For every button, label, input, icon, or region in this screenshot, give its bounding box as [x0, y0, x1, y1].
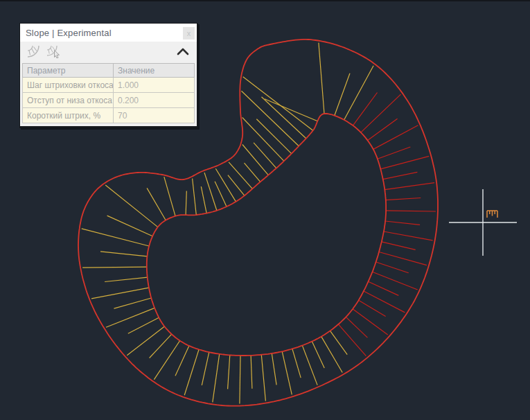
create-slope-button[interactable]	[25, 44, 43, 60]
param-name: Короткий штрих, %	[23, 108, 114, 123]
slope-fan-cursor-icon	[46, 50, 62, 60]
slope-fan-icon	[26, 50, 42, 60]
panel-titlebar[interactable]: Slope | Experimental x	[20, 24, 197, 42]
column-header-value: Значение	[114, 64, 195, 78]
param-value[interactable]: 1.000	[114, 78, 195, 93]
properties-table: Параметр Значение Шаг штриховки откоса 1…	[22, 63, 195, 123]
table-header-row: Параметр Значение	[23, 64, 195, 78]
param-value[interactable]: 0.200	[114, 93, 195, 108]
column-header-param: Параметр	[23, 64, 114, 78]
slope-properties-panel: Slope | Experimental x	[19, 23, 198, 128]
param-row: Отступ от низа откоса 0.200	[23, 93, 195, 108]
param-row: Короткий штрих, % 70	[23, 108, 195, 123]
param-row: Шаг штриховки откоса 1.000	[23, 78, 195, 93]
param-name: Шаг штриховки откоса	[23, 78, 114, 93]
collapse-chevron-icon[interactable]	[174, 47, 192, 58]
pick-slope-button[interactable]	[45, 44, 63, 60]
application-window: Slope | Experimental x	[0, 0, 530, 420]
close-button[interactable]: x	[183, 27, 195, 40]
param-value[interactable]: 70	[114, 108, 195, 123]
panel-title: Slope | Experimental	[26, 28, 183, 38]
panel-toolbar	[20, 42, 197, 62]
param-name: Отступ от низа откоса	[23, 93, 114, 108]
